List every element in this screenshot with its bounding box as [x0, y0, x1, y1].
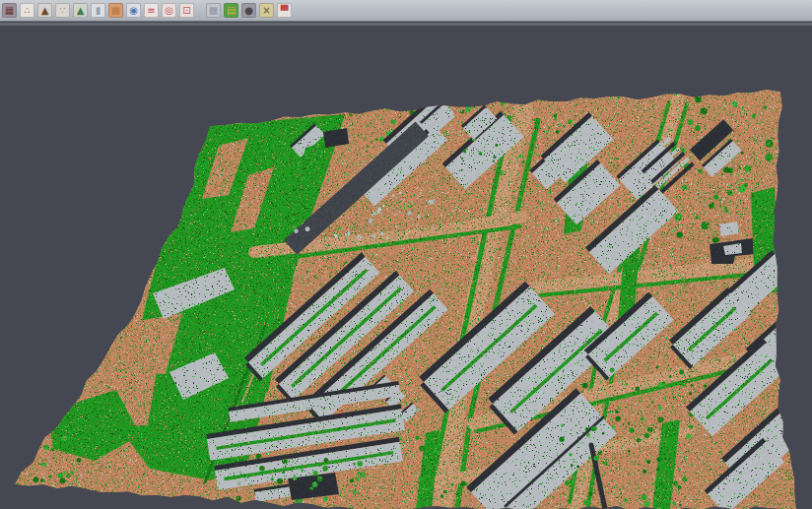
- flag-marker-icon[interactable]: ▀: [277, 3, 292, 18]
- ground-class-swatch-icon[interactable]: ■: [108, 3, 123, 18]
- section-lines-icon[interactable]: ≡: [144, 3, 159, 18]
- texture-pattern-icon[interactable]: ▩: [206, 3, 221, 18]
- sparse-points-icon[interactable]: ∵: [55, 3, 70, 18]
- globe-3d-icon[interactable]: ◉: [126, 3, 141, 18]
- classify-points-icon[interactable]: ∴: [20, 3, 34, 18]
- pick-center-icon[interactable]: ◎: [162, 3, 176, 18]
- viewport-3d[interactable]: [0, 0, 812, 509]
- column-view-icon[interactable]: ▮: [91, 3, 105, 18]
- render-view-icon[interactable]: ●: [241, 3, 256, 18]
- classification-palette-icon[interactable]: ▤: [224, 3, 238, 18]
- terrain-hill-icon[interactable]: ▲: [37, 3, 52, 18]
- mesh-points-icon[interactable]: ▦: [2, 3, 17, 18]
- toolbar: ▦∴▲∵▲▮■◉≡◎⊡▩▤●×▀: [0, 0, 812, 22]
- zoom-extents-icon[interactable]: ⊡: [179, 3, 194, 18]
- application-window: ▦∴▲∵▲▮■◉≡◎⊡▩▤●×▀: [0, 0, 812, 509]
- toolbar-separator: [0, 23, 812, 26]
- vegetation-terrain-icon[interactable]: ▲: [73, 3, 88, 18]
- point-cloud-canvas[interactable]: [0, 0, 812, 509]
- delete-cross-icon[interactable]: ×: [259, 3, 274, 18]
